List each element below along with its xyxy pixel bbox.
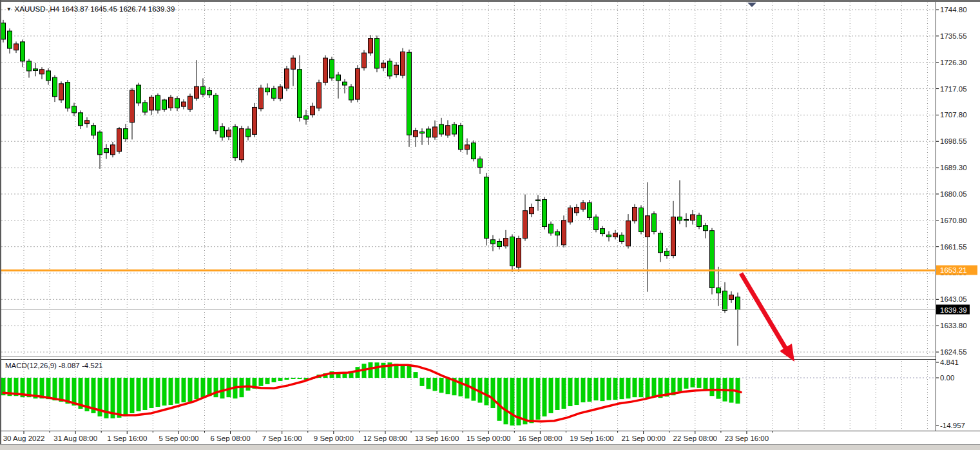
candle-bull [401,52,405,75]
macd-bar [684,378,689,389]
svg-text:1643.05: 1643.05 [940,295,967,303]
candle-bull [130,90,135,122]
ohlc-open: 1643.87 [61,5,88,13]
macd-bar [375,362,380,378]
candle-bull [646,216,650,237]
price-chart-canvas[interactable]: 1744.801735.551726.301717.051707.801698.… [0,0,980,450]
candle-bear [21,42,25,61]
candle-bear [72,106,77,113]
candle-bear [8,31,12,48]
candle-bull [259,88,264,108]
candle-bull [504,239,508,246]
candle-bull [626,221,631,246]
candle-bear [485,177,489,239]
macd-bar [220,378,225,398]
window-top-edge [0,0,980,2]
macd-bar [710,378,715,396]
macd-bar [124,378,128,416]
candle-bear [697,215,702,227]
candle-bear [220,127,225,137]
window-bottom-strip [0,444,980,450]
candle-bull [729,295,734,300]
candle-bear [678,217,682,220]
candle-bear [491,240,495,244]
candlestick-series [1,20,740,346]
svg-text:1653.21: 1653.21 [940,266,967,274]
svg-text:22 Sep 08:00: 22 Sep 08:00 [673,435,717,442]
candle-bear [143,103,148,112]
svg-text:1735.55: 1735.55 [940,32,967,40]
macd-bar [439,378,444,393]
macd-bar [72,378,77,406]
candle-bear [124,129,128,139]
symbol-dropdown-arrow-icon[interactable]: ▼ [6,6,12,12]
macd-bar [678,378,682,391]
candle-bull [317,83,322,108]
macd-bar [433,378,437,391]
svg-text:1670.80: 1670.80 [940,217,967,224]
macd-bar [504,378,508,424]
candle-bear [304,116,309,119]
ohlc-low: 1626.74 [119,5,146,13]
macd-signal-value: -4.521 [82,362,103,369]
macd-bar [652,378,657,397]
candle-bear [104,149,109,153]
candle-bear [175,99,180,108]
macd-histogram [1,362,740,426]
macd-bar [298,378,302,379]
candle-bear [536,200,541,201]
macd-bar [278,378,283,381]
svg-text:-14.957: -14.957 [940,422,965,429]
candle-bull [671,217,676,255]
candle-bear [607,235,611,237]
macd-bar [697,378,702,388]
svg-text:1726.30: 1726.30 [940,59,967,66]
candle-bear [34,69,38,71]
macd-bar [620,378,624,399]
svg-text:1680.05: 1680.05 [940,190,967,198]
candle-bull [517,239,521,268]
candle-bear [459,126,463,150]
macd-bar [549,378,553,413]
candle-bear [343,82,347,85]
candle-bear [723,291,727,310]
macd-bar [265,378,270,384]
candle-bear [543,200,547,227]
candle-bear [555,231,560,235]
symbol-period-label: XAUUSD-,H4 [15,5,60,13]
macd-bar [691,378,695,387]
candle-bear [594,217,599,230]
candle-bear [214,95,218,130]
candle-bear [420,132,425,133]
current-price-badge: 1639.39 [936,305,970,315]
candle-bull [562,220,566,245]
svg-text:31 Aug 08:00: 31 Aug 08:00 [53,435,97,442]
candle-bull [278,87,283,99]
svg-text:19 Sep 16:00: 19 Sep 16:00 [570,435,613,442]
candle-bear [246,129,251,137]
svg-text:1661.55: 1661.55 [940,243,967,251]
svg-text:4.841: 4.841 [940,358,959,366]
macd-bar [130,378,135,413]
candle-bull [356,68,360,99]
candle-bull [14,44,19,50]
svg-text:1624.55: 1624.55 [940,348,967,356]
candle-bull [323,58,328,83]
candle-bear [79,113,83,126]
macd-bar [594,378,599,400]
macd-bar [427,378,431,389]
candle-bull [633,207,637,220]
macd-bar [704,378,708,390]
mt4-chart-window: 1744.801735.551726.301717.051707.801698.… [0,0,980,450]
macd-bar [46,378,51,399]
macd-bar [536,378,541,420]
macd-value: -8.087 [59,362,80,369]
candle-bear [407,52,412,135]
macd-bar [716,378,721,399]
candle-bear [336,75,341,81]
candle-bear [658,233,663,253]
candle-bull [111,145,115,155]
candle-bear [439,124,444,134]
candle-bear [330,59,334,78]
macd-bar [588,378,592,402]
